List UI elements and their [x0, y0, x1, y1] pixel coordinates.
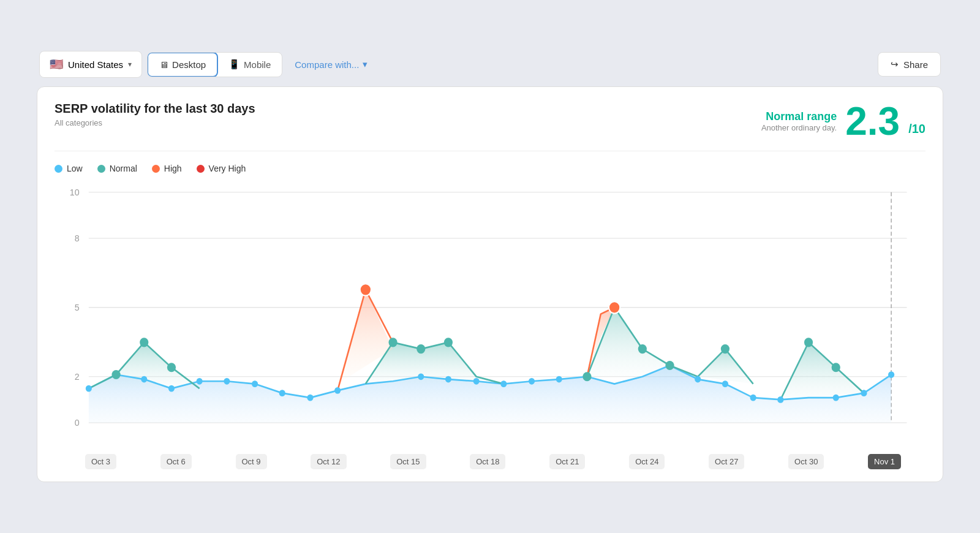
desktop-button[interactable]: 🖥 Desktop [147, 52, 218, 77]
chart-legend: Low Normal High Very High [55, 164, 925, 173]
high-dot-icon [152, 165, 160, 173]
blue-dot [833, 395, 839, 401]
score-label: Normal range Another ordinary day. [761, 110, 837, 132]
green-dot [111, 370, 120, 379]
blue-dot [695, 376, 701, 383]
blue-dot [861, 390, 867, 396]
blue-dot [307, 395, 313, 401]
x-label-oct15: Oct 15 [390, 454, 426, 469]
desktop-label: Desktop [172, 59, 206, 70]
legend-high: High [152, 164, 182, 173]
blue-dot [141, 376, 147, 383]
high-dot-2 [609, 301, 620, 313]
x-label-oct12: Oct 12 [311, 454, 346, 469]
card-title: SERP volatility for the last 30 days [55, 102, 255, 116]
svg-text:2: 2 [75, 372, 80, 382]
blue-dot [556, 376, 562, 383]
mobile-icon: 📱 [228, 59, 240, 70]
desktop-icon: 🖥 [159, 59, 168, 70]
legend-very-high: Very High [197, 164, 246, 173]
green-dot [140, 338, 148, 347]
volatility-score: Normal range Another ordinary day. 2.3 /… [761, 102, 925, 141]
blue-dot [529, 378, 535, 385]
chart-svg: 10 8 5 2 0 [55, 186, 925, 449]
green-area-4 [698, 349, 753, 384]
x-label-nov1: Nov 1 [868, 454, 901, 469]
blue-dot [722, 380, 728, 387]
blue-dot [86, 385, 92, 392]
range-sub: Another ordinary day. [761, 123, 837, 132]
high-label: High [164, 164, 182, 173]
mobile-button[interactable]: 📱 Mobile [217, 53, 282, 77]
green-dot [167, 363, 176, 372]
blue-dot [888, 371, 894, 378]
main-card: SERP volatility for the last 30 days All… [37, 86, 943, 482]
green-dot [417, 344, 425, 353]
blue-dot [168, 385, 175, 392]
range-label: Normal range [761, 110, 837, 123]
card-header: SERP volatility for the last 30 days All… [55, 102, 925, 151]
blue-dot [445, 376, 451, 383]
blue-dot [777, 396, 783, 403]
compare-button[interactable]: Compare with... ▾ [287, 53, 375, 76]
green-dot [638, 344, 647, 353]
green-dot [832, 363, 840, 372]
normal-label: Normal [110, 164, 137, 173]
x-label-oct30: Oct 30 [788, 454, 824, 469]
compare-chevron-icon: ▾ [363, 59, 368, 70]
x-label-oct24: Oct 24 [629, 454, 665, 469]
low-dot-icon [55, 165, 62, 173]
legend-low: Low [55, 164, 83, 173]
green-dot [388, 338, 397, 347]
card-title-area: SERP volatility for the last 30 days All… [55, 102, 255, 127]
blue-dot [252, 380, 258, 387]
x-label-oct3: Oct 3 [85, 454, 116, 469]
normal-dot-icon [97, 165, 105, 173]
green-dot [665, 361, 674, 370]
blue-dot [473, 378, 480, 385]
svg-text:8: 8 [75, 233, 80, 243]
score-denom: /10 [908, 122, 925, 141]
x-label-oct21: Oct 21 [549, 454, 585, 469]
svg-text:0: 0 [75, 418, 80, 428]
green-dot [721, 344, 729, 353]
blue-dot [750, 395, 756, 401]
green-dot [804, 338, 813, 347]
mobile-label: Mobile [244, 59, 271, 70]
x-label-oct27: Oct 27 [709, 454, 744, 469]
green-area-5 [780, 342, 864, 400]
blue-dot [279, 390, 285, 396]
page-container: 🇺🇸 United States ▾ 🖥 Desktop 📱 Mobile Co… [31, 45, 949, 488]
device-group: 🖥 Desktop 📱 Mobile [147, 52, 282, 77]
blue-dot [224, 378, 230, 385]
x-label-oct9: Oct 9 [236, 454, 267, 469]
share-label: Share [903, 59, 928, 70]
svg-text:10: 10 [70, 187, 80, 197]
x-label-oct6: Oct 6 [160, 454, 192, 469]
low-label: Low [67, 164, 83, 173]
score-number: 2.3 [845, 102, 900, 141]
svg-text:5: 5 [75, 303, 80, 312]
card-subtitle: All categories [55, 118, 255, 127]
chevron-down-icon: ▾ [128, 60, 132, 69]
green-dot [582, 372, 591, 381]
high-dot [360, 284, 371, 295]
very-high-dot-icon [197, 165, 205, 173]
blue-dot [500, 380, 507, 387]
toolbar: 🇺🇸 United States ▾ 🖥 Desktop 📱 Mobile Co… [37, 51, 943, 78]
country-selector[interactable]: 🇺🇸 United States ▾ [39, 51, 142, 78]
flag-icon: 🇺🇸 [50, 58, 63, 71]
blue-area [89, 365, 891, 423]
blue-dot [197, 378, 203, 385]
share-icon: ↪ [891, 59, 899, 70]
share-button[interactable]: ↪ Share [878, 52, 941, 77]
x-label-oct18: Oct 18 [470, 454, 505, 469]
country-label: United States [68, 59, 123, 70]
chart-area: 10 8 5 2 0 [55, 186, 925, 449]
x-axis-labels: Oct 3 Oct 6 Oct 9 Oct 12 Oct 15 Oct 18 O… [55, 454, 925, 469]
green-dot [444, 338, 453, 347]
compare-label: Compare with... [295, 59, 359, 70]
very-high-label: Very High [209, 164, 246, 173]
blue-dot [334, 387, 341, 394]
blue-dot [418, 373, 424, 380]
